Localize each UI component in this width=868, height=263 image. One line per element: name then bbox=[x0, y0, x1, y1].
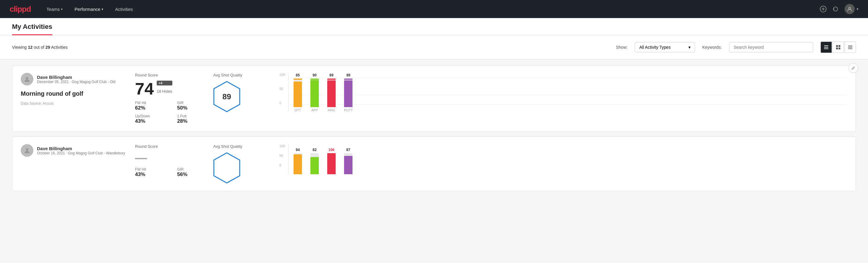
bar-chart-area-2: 100 50 0 94 82 bbox=[273, 144, 847, 174]
svg-rect-13 bbox=[848, 48, 852, 48]
filter-bar: Viewing 12 out of 29 Activities Show: Al… bbox=[0, 35, 868, 59]
ott-bar-2: 94 bbox=[293, 148, 302, 174]
svg-rect-9 bbox=[836, 48, 838, 49]
view-toggle bbox=[820, 41, 856, 53]
round-score-label-2: Round Score bbox=[135, 144, 213, 149]
data-source: Data Source: Arccos bbox=[21, 101, 135, 106]
arg-bar-2: 106 bbox=[327, 148, 336, 174]
refresh-button[interactable] bbox=[833, 6, 839, 12]
svg-rect-6 bbox=[824, 49, 828, 49]
quality-label: Avg Shot Quality bbox=[213, 73, 242, 77]
logo: clippd bbox=[10, 4, 31, 14]
quality-hexagon: 89 bbox=[213, 81, 240, 112]
svg-point-3 bbox=[849, 7, 851, 9]
nav-performance[interactable]: Performance ▾ bbox=[73, 4, 104, 14]
app-bar-2: 82 bbox=[310, 148, 319, 174]
compact-view-button[interactable] bbox=[844, 41, 856, 53]
svg-point-15 bbox=[26, 77, 28, 80]
svg-rect-4 bbox=[824, 46, 828, 46]
gir-stat-2: GIR 56% bbox=[177, 167, 213, 178]
viewing-count: Viewing 12 out of 29 Activities bbox=[12, 45, 68, 50]
nav-teams[interactable]: Teams ▾ bbox=[45, 4, 64, 14]
svg-rect-14 bbox=[848, 49, 852, 49]
grid-view-button[interactable] bbox=[833, 41, 844, 53]
updown-stat: Up/Down 43% bbox=[135, 114, 171, 124]
holes-text: 18 Holes bbox=[157, 89, 172, 94]
ott-bar: 85 OTT bbox=[293, 73, 302, 112]
nav-activities[interactable]: Activities bbox=[114, 4, 134, 14]
user-avatar-2 bbox=[21, 144, 33, 157]
avg-shot-quality-section-2: Avg Shot Quality bbox=[213, 144, 273, 183]
round-score-value-2: — bbox=[135, 152, 147, 164]
keywords-label: Keywords: bbox=[702, 45, 722, 50]
user-name: Dave Billingham bbox=[37, 75, 116, 80]
gir-stat: GIR 50% bbox=[177, 101, 213, 111]
add-button[interactable] bbox=[820, 6, 827, 12]
teams-chevron-icon: ▾ bbox=[61, 7, 63, 11]
navbar: clippd Teams ▾ Performance ▾ Activities bbox=[0, 0, 868, 18]
show-label: Show: bbox=[616, 45, 628, 50]
one-putt-stat: 1 Putt 28% bbox=[177, 114, 213, 124]
fw-hit-stat-2: FW Hit 43% bbox=[135, 167, 171, 178]
round-score-section-2: Round Score — FW Hit 43% GIR 56% bbox=[135, 144, 213, 178]
app-bar: 90 APP bbox=[310, 73, 319, 112]
page-header: My Activities bbox=[0, 18, 868, 35]
activity-card-2: Dave Billingham October 16, 2021 · Gog M… bbox=[12, 137, 856, 191]
stat-grid-2: FW Hit 43% GIR 56% bbox=[135, 167, 213, 178]
putt-bar: 89 PUTT bbox=[344, 73, 353, 112]
keyword-input[interactable] bbox=[729, 42, 813, 52]
page-title: My Activities bbox=[12, 23, 52, 35]
quality-hexagon-2 bbox=[213, 152, 240, 183]
user-name-2: Dave Billingham bbox=[37, 146, 125, 151]
profile-chevron-icon: ▾ bbox=[857, 7, 858, 11]
svg-rect-12 bbox=[848, 47, 852, 47]
performance-chevron-icon: ▾ bbox=[102, 7, 103, 11]
user-date-2: October 16, 2021 · Gog Magog Golf Club -… bbox=[37, 151, 125, 155]
round-score-value: 74 bbox=[135, 80, 154, 97]
user-row-2: Dave Billingham October 16, 2021 · Gog M… bbox=[21, 144, 135, 157]
quality-label-2: Avg Shot Quality bbox=[213, 144, 242, 149]
list-view-button[interactable] bbox=[820, 41, 832, 53]
round-score-section: Round Score 74 +4 18 Holes FW Hit 62% GI… bbox=[135, 73, 213, 124]
stat-grid: FW Hit 62% GIR 50% Up/Down 43% 1 Putt 28… bbox=[135, 101, 213, 124]
activity-card: Dave Billingham December 05, 2021 · Gog … bbox=[12, 65, 856, 132]
round-score-label: Round Score bbox=[135, 73, 213, 77]
svg-rect-10 bbox=[839, 48, 840, 49]
fw-hit-stat: FW Hit 62% bbox=[135, 101, 171, 111]
svg-rect-7 bbox=[836, 45, 838, 47]
svg-rect-8 bbox=[839, 45, 840, 47]
user-date: December 05, 2021 · Gog Magog Golf Club … bbox=[37, 80, 116, 84]
activity-title: Morning round of golf bbox=[21, 90, 135, 97]
card-info-2: Dave Billingham October 16, 2021 · Gog M… bbox=[21, 144, 135, 157]
activity-type-dropdown[interactable]: All Activity Types ▾ bbox=[635, 42, 695, 52]
svg-rect-11 bbox=[848, 46, 852, 46]
nav-actions: ▾ bbox=[820, 4, 858, 14]
arg-bar: 89 ARG bbox=[327, 73, 336, 112]
avg-shot-quality-section: Avg Shot Quality 89 bbox=[213, 73, 273, 112]
svg-rect-5 bbox=[824, 47, 828, 48]
dropdown-chevron-icon: ▾ bbox=[688, 45, 690, 50]
svg-marker-18 bbox=[214, 153, 240, 183]
edit-button[interactable] bbox=[848, 63, 858, 73]
card-info: Dave Billingham December 05, 2021 · Gog … bbox=[21, 73, 135, 106]
activities-list: Dave Billingham December 05, 2021 · Gog … bbox=[0, 59, 868, 197]
score-badge: +4 bbox=[157, 81, 172, 85]
profile-button[interactable]: ▾ bbox=[844, 4, 858, 14]
user-row: Dave Billingham December 05, 2021 · Gog … bbox=[21, 73, 135, 85]
putt-bar-2: 87 bbox=[344, 148, 352, 174]
bar-chart-area: 100 50 0 85 bbox=[273, 73, 847, 112]
avatar bbox=[844, 4, 855, 14]
svg-point-17 bbox=[26, 148, 28, 151]
user-avatar bbox=[21, 73, 33, 85]
